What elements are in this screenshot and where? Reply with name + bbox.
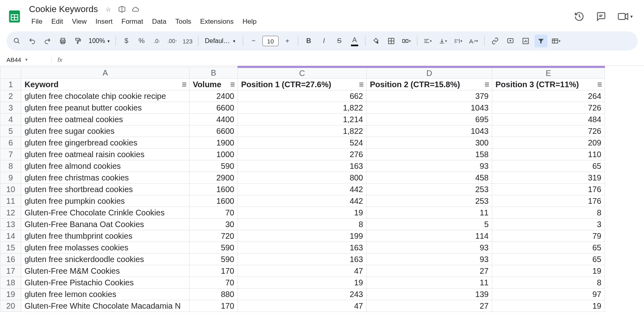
cell[interactable]: 8 (492, 277, 605, 289)
star-icon[interactable]: ☆ (104, 5, 112, 13)
cell[interactable]: 590 (190, 242, 238, 254)
row-header[interactable]: 14 (0, 230, 21, 242)
menu-format[interactable]: Format (118, 16, 147, 27)
cell[interactable]: 209 (492, 137, 605, 149)
cell[interactable]: 1900 (190, 137, 238, 149)
cell[interactable]: 726 (492, 102, 605, 114)
cell[interactable]: 27 (367, 265, 492, 277)
table-row[interactable]: 5gluten free sugar cookies66001,82210437… (0, 125, 605, 137)
cell[interactable]: 880 (190, 289, 238, 300)
cell[interactable]: 6600 (190, 125, 238, 137)
cell[interactable]: Gluten-Free Pistachio Cookies (21, 277, 190, 289)
header-cell-pos2[interactable]: Position 2 (CTR=15.8%)☰ (367, 79, 492, 90)
insert-comment-icon[interactable] (504, 35, 517, 47)
cell[interactable]: 163 (238, 242, 367, 254)
cell[interactable]: gluten free thumbprint cookies (21, 230, 190, 242)
cell[interactable]: 114 (367, 230, 492, 242)
cell[interactable]: gluten free peanut butter cookies (21, 102, 190, 114)
row-header[interactable]: 10 (0, 184, 21, 195)
cell[interactable]: 720 (190, 230, 238, 242)
font-family-select[interactable]: Defaul… ▾ (202, 37, 239, 45)
table-row[interactable]: 17Gluten-Free M&M Cookies170472719 (0, 265, 605, 277)
cell[interactable]: 458 (367, 172, 492, 184)
cell[interactable]: 97 (492, 289, 605, 300)
font-size-input[interactable]: 10 (262, 36, 279, 46)
move-icon[interactable] (118, 5, 126, 13)
filter-toggle-icon[interactable]: ☰ (230, 82, 235, 88)
cell[interactable]: 70 (190, 277, 238, 289)
table-row[interactable]: 9gluten free christmas cookies2900800458… (0, 172, 605, 184)
bold-icon[interactable]: B (302, 35, 315, 47)
cell[interactable]: 590 (190, 160, 238, 172)
cell[interactable]: gluten free chocolate chip cookie recipe (21, 90, 190, 102)
meet-icon[interactable]: ▾ (617, 11, 633, 22)
cell[interactable]: 30 (190, 219, 238, 230)
table-row[interactable]: 16gluten free snickerdoodle cookies59016… (0, 254, 605, 265)
col-header-E[interactable]: E (492, 67, 605, 79)
menu-file[interactable]: File (27, 16, 46, 27)
table-row[interactable]: 2gluten free chocolate chip cookie recip… (0, 90, 605, 102)
cell[interactable]: 800 (238, 172, 367, 184)
table-row[interactable]: 3gluten free peanut butter cookies66001,… (0, 102, 605, 114)
name-box[interactable]: AB44 ▾ (6, 56, 47, 63)
cell[interactable]: 139 (367, 289, 492, 300)
cell[interactable]: 1043 (367, 125, 492, 137)
insert-chart-icon[interactable] (519, 35, 532, 47)
cell[interactable]: 19 (492, 265, 605, 277)
merge-cells-icon[interactable]: ▾ (400, 35, 413, 47)
cell[interactable]: 65 (492, 242, 605, 254)
zoom-select[interactable]: 100% ▾ (87, 37, 111, 45)
cell[interactable]: 79 (492, 230, 605, 242)
row-header[interactable]: 6 (0, 137, 21, 149)
header-cell-volume[interactable]: Volume☰ (190, 79, 238, 90)
filter-icon[interactable] (535, 35, 547, 47)
cell[interactable]: 8 (238, 219, 367, 230)
cell[interactable]: 47 (238, 265, 367, 277)
cell[interactable]: 8 (492, 207, 605, 219)
spreadsheet-grid[interactable]: A B C D E 1 Keyword☰ Volume☰ Position 1 … (0, 66, 605, 312)
borders-icon[interactable] (385, 35, 398, 47)
menu-insert[interactable]: Insert (91, 16, 117, 27)
cell[interactable]: gluten free shortbread cookies (21, 184, 190, 195)
select-all-corner[interactable] (0, 67, 21, 79)
menu-view[interactable]: View (68, 16, 91, 27)
header-cell-pos1[interactable]: Position 1 (CTR=27.6%)☰ (238, 79, 367, 90)
search-menus-icon[interactable] (10, 35, 23, 47)
cell[interactable]: gluten free snickerdoodle cookies (21, 254, 190, 265)
cell[interactable]: 1043 (367, 102, 492, 114)
menu-edit[interactable]: Edit (47, 16, 67, 27)
text-rotation-icon[interactable]: A↗ ▾ (467, 35, 480, 47)
menu-help[interactable]: Help (238, 16, 260, 27)
cell[interactable]: 163 (238, 160, 367, 172)
row-header[interactable]: 20 (0, 300, 21, 312)
cell[interactable]: 2900 (190, 172, 238, 184)
row-header[interactable]: 15 (0, 242, 21, 254)
row-header[interactable]: 2 (0, 90, 21, 102)
cell[interactable]: 47 (238, 300, 367, 312)
cell[interactable]: 276 (238, 149, 367, 160)
row-header-1[interactable]: 1 (0, 79, 21, 90)
cell[interactable]: 19 (492, 300, 605, 312)
row-header[interactable]: 11 (0, 195, 21, 207)
cell[interactable]: 264 (492, 90, 605, 102)
cell[interactable]: gluten free sugar cookies (21, 125, 190, 137)
cell[interactable]: 176 (492, 184, 605, 195)
comment-icon[interactable] (596, 11, 606, 22)
col-header-A[interactable]: A (21, 67, 190, 79)
sheets-logo[interactable] (6, 8, 23, 25)
table-row[interactable]: 11gluten free pumpkin cookies16004422531… (0, 195, 605, 207)
decrease-decimal-icon[interactable]: .0↓ (151, 35, 163, 47)
row-header[interactable]: 17 (0, 265, 21, 277)
row-header[interactable]: 18 (0, 277, 21, 289)
format-currency-icon[interactable]: $ (120, 35, 133, 47)
more-formats-button[interactable]: 123 (181, 35, 194, 47)
cell[interactable]: gluten free lemon cookies (21, 289, 190, 300)
vertical-align-icon[interactable]: ▾ (437, 35, 450, 47)
cell[interactable]: 484 (492, 114, 605, 125)
cell[interactable]: gluten free molasses cookies (21, 242, 190, 254)
filter-toggle-icon[interactable]: ☰ (597, 82, 602, 88)
cell[interactable]: 170 (190, 265, 238, 277)
cell[interactable]: 158 (367, 149, 492, 160)
history-icon[interactable] (574, 11, 584, 22)
cell[interactable]: 93 (367, 254, 492, 265)
